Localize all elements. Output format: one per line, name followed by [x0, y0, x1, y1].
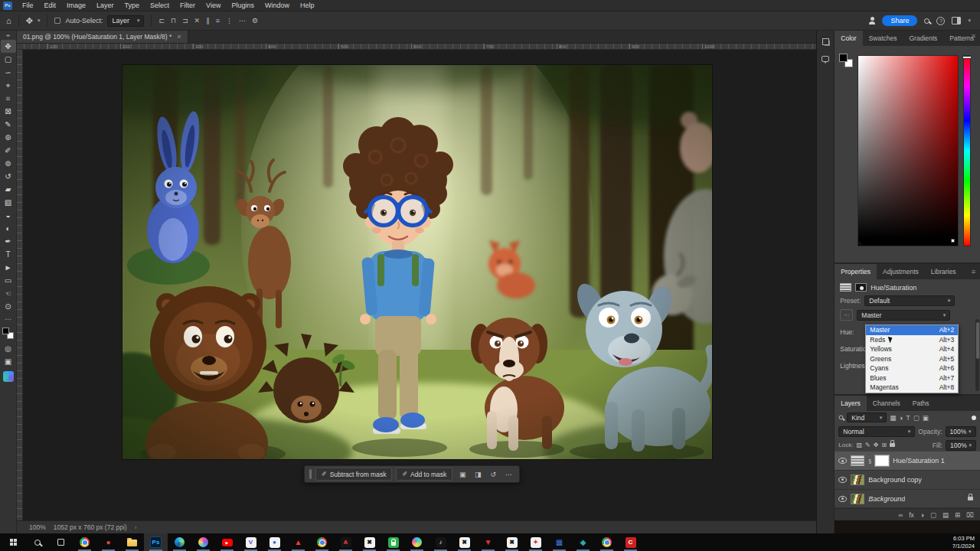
- filter-adjustment-icon[interactable]: ◑: [899, 414, 903, 422]
- auto-select-checkbox[interactable]: [54, 18, 60, 24]
- account-icon[interactable]: [869, 21, 875, 24]
- panel-tab[interactable]: Properties: [835, 264, 877, 279]
- dropdown-item[interactable]: Reds Alt+3: [866, 335, 958, 345]
- close-icon[interactable]: ×: [177, 33, 181, 41]
- history-panel-icon[interactable]: [822, 38, 829, 45]
- threed-mode-icon[interactable]: ✕: [194, 17, 201, 24]
- filter-pixel-icon[interactable]: ▦: [890, 414, 896, 422]
- menu-item[interactable]: Layer: [91, 0, 119, 11]
- layer-row-background[interactable]: Background: [835, 490, 980, 509]
- chrome-icon-3[interactable]: [595, 533, 619, 551]
- menu-item[interactable]: Plugins: [226, 0, 260, 11]
- path-selection-tool[interactable]: ►: [1, 261, 16, 274]
- new-adjustment-layer-icon[interactable]: ◑: [920, 511, 924, 519]
- align-center-icon[interactable]: ⊓: [171, 17, 176, 24]
- eraser-tool[interactable]: ▰: [1, 183, 16, 196]
- chrome-icon[interactable]: [73, 533, 96, 551]
- search-button[interactable]: [25, 533, 49, 551]
- targeted-adjustment-icon[interactable]: ☜: [840, 309, 853, 321]
- menu-item[interactable]: Select: [145, 0, 175, 11]
- blue-tile-app-icon[interactable]: ▦: [547, 533, 571, 551]
- layer-row-background-copy[interactable]: Background copy: [835, 471, 980, 490]
- preset-dropdown[interactable]: Default▾: [864, 295, 955, 306]
- panel-tab[interactable]: Channels: [867, 396, 906, 411]
- pen-tool[interactable]: ✒: [1, 235, 16, 248]
- green-lock-app-icon[interactable]: [381, 533, 405, 551]
- share-button[interactable]: Share: [882, 15, 917, 26]
- brush-tool[interactable]: ✐: [1, 144, 16, 157]
- quick-mask-icon[interactable]: ◎: [1, 342, 16, 355]
- color-swatches[interactable]: [2, 328, 14, 339]
- visibility-eye-icon[interactable]: [838, 477, 847, 483]
- acrobat-icon[interactable]: ▲: [286, 533, 310, 551]
- add-to-mask-button[interactable]: ✐ Add to mask: [396, 468, 452, 481]
- type-tool[interactable]: T: [1, 248, 16, 261]
- menu-item[interactable]: View: [201, 0, 226, 11]
- color-swatches[interactable]: [839, 54, 853, 67]
- subtract-from-mask-button[interactable]: ✐ Subtract from mask: [315, 468, 392, 481]
- filter-toggle[interactable]: [972, 416, 976, 420]
- blur-tool[interactable]: ◒: [1, 209, 16, 222]
- photoshop-icon[interactable]: Ps: [144, 533, 168, 551]
- layer-thumbnail[interactable]: [851, 474, 864, 485]
- round-blue-app-icon[interactable]: ●: [263, 533, 286, 551]
- status-chevron-icon[interactable]: ›: [135, 524, 137, 531]
- channel-dropdown[interactable]: Master▾: [857, 310, 950, 321]
- more-icon[interactable]: ⋯: [502, 468, 514, 481]
- zoom-level[interactable]: 100%: [29, 523, 46, 531]
- dropdown-item[interactable]: Master Alt+2: [866, 325, 958, 335]
- lock-position-icon[interactable]: ✥: [874, 442, 879, 448]
- distribute-horizontal-icon[interactable]: ≡: [216, 17, 220, 24]
- invert-mask-icon[interactable]: ◨: [472, 468, 484, 481]
- filter-kind-dropdown[interactable]: Kind▾: [847, 412, 887, 422]
- red-shield-app-icon[interactable]: ▼: [476, 533, 500, 551]
- new-layer-icon[interactable]: ⊞: [955, 511, 960, 519]
- scrollbar[interactable]: [975, 319, 979, 391]
- v-app-icon[interactable]: V: [239, 533, 263, 551]
- dropdown-item[interactable]: Blues Alt+7: [866, 373, 958, 383]
- red-star-app-icon[interactable]: ✦: [524, 533, 547, 551]
- more-options-icon[interactable]: ⋯: [239, 17, 246, 24]
- drag-handle[interactable]: [309, 469, 312, 479]
- photos-app-icon[interactable]: [191, 533, 215, 551]
- add-layer-mask-icon[interactable]: ▢: [930, 511, 936, 519]
- history-brush-tool[interactable]: ↺: [1, 170, 16, 183]
- lock-artboard-icon[interactable]: ⊞: [881, 442, 887, 448]
- hue-strip[interactable]: [963, 55, 971, 246]
- start-button[interactable]: [2, 533, 25, 551]
- x-app-icon[interactable]: ✖: [358, 533, 381, 551]
- rectangle-tool[interactable]: ▭: [1, 274, 16, 287]
- chrome-icon-2[interactable]: [310, 533, 334, 551]
- dropdown-item[interactable]: Greens Alt+5: [866, 354, 958, 364]
- zoom-tool[interactable]: ⊙: [1, 300, 16, 313]
- help-icon[interactable]: ?: [936, 17, 945, 25]
- task-view-button[interactable]: [49, 533, 73, 551]
- screen-mode-icon[interactable]: ▣: [1, 355, 16, 368]
- home-icon[interactable]: ⌂: [6, 16, 11, 25]
- eyedropper-tool[interactable]: ✎: [1, 118, 16, 131]
- teal-app-icon[interactable]: ◆: [571, 533, 595, 551]
- menu-item[interactable]: Filter: [175, 0, 201, 11]
- panel-tab[interactable]: Paths: [906, 396, 936, 411]
- adjustment-thumbnail[interactable]: [851, 455, 864, 466]
- dropdown-item[interactable]: Cyans Alt+6: [866, 364, 958, 373]
- frame-tool[interactable]: ⊠: [1, 105, 16, 118]
- clone-stamp-tool[interactable]: ⊚: [1, 157, 16, 170]
- file-explorer-icon[interactable]: [120, 533, 144, 551]
- workspace-gear-icon[interactable]: ⚙: [252, 17, 258, 24]
- mask-options-icon[interactable]: ▣: [456, 468, 469, 481]
- panel-menu-icon[interactable]: ≡: [972, 264, 980, 279]
- align-left-icon[interactable]: ⊏: [158, 17, 165, 24]
- crop-tool[interactable]: ⌗: [1, 92, 16, 105]
- foreground-color-swatch[interactable]: [2, 328, 9, 334]
- layer-thumbnail[interactable]: [851, 494, 864, 504]
- fill-dropdown[interactable]: 100%▾: [946, 440, 976, 451]
- menu-item[interactable]: File: [17, 0, 39, 11]
- tiktok-icon[interactable]: ♪: [429, 533, 452, 551]
- distribute-vertical-icon[interactable]: ∥: [206, 17, 210, 24]
- lock-pixels-icon[interactable]: ✎: [865, 442, 871, 448]
- menu-item[interactable]: Edit: [39, 0, 62, 11]
- canvas-artwork[interactable]: [122, 65, 712, 459]
- hand-tool[interactable]: ☜: [1, 287, 16, 300]
- align-right-icon[interactable]: ⊐: [182, 17, 188, 24]
